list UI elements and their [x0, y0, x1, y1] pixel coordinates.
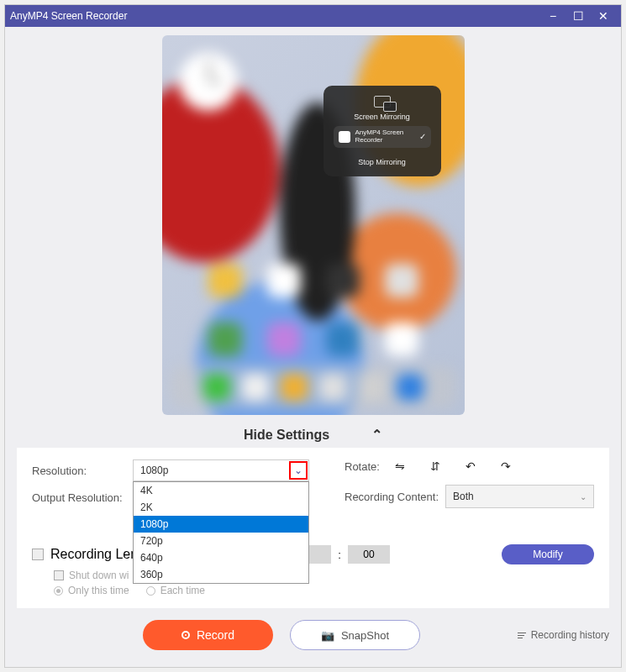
list-icon	[518, 633, 526, 638]
rotate-left-icon[interactable]: ↶	[466, 459, 476, 473]
mirror-header: Screen Mirroring	[354, 113, 410, 121]
rotate-label: Rotate:	[345, 460, 395, 473]
mirror-icon	[374, 96, 391, 108]
app-window: AnyMP4 Screen Recorder − ☐ ✕	[4, 4, 622, 668]
flip-vertical-icon[interactable]: ⇵	[430, 459, 440, 473]
chevron-down-icon: ⌄	[580, 492, 587, 501]
close-button[interactable]: ✕	[591, 5, 616, 27]
option-640p[interactable]: 640p	[134, 549, 308, 566]
maximize-button[interactable]: ☐	[566, 5, 591, 27]
record-button[interactable]: Record	[143, 620, 273, 650]
only-this-time-radio[interactable]	[54, 586, 63, 596]
device-preview: Screen Mirroring AnyMP4 Screen Recorder …	[162, 35, 465, 415]
each-time-radio[interactable]	[146, 586, 155, 596]
resolution-dropdown[interactable]: 1080p ⌄ 4K 2K 1080p 720p 640p 360p	[133, 459, 309, 481]
history-label: Recording history	[531, 629, 609, 641]
bottom-bar: Record 📷 SnapShot Recording history	[5, 620, 621, 662]
option-360p[interactable]: 360p	[134, 566, 308, 583]
record-icon	[181, 631, 190, 639]
shutdown-label: Shut down wi	[69, 570, 129, 581]
shutdown-checkbox[interactable]	[54, 570, 64, 580]
chevron-up-icon: ⌃	[371, 427, 382, 443]
recording-length-checkbox[interactable]	[32, 549, 44, 560]
chevron-down-icon[interactable]: ⌄	[289, 461, 308, 480]
recording-content-value: Both	[453, 491, 474, 502]
option-720p[interactable]: 720p	[134, 533, 308, 549]
recording-content-label: Recording Content:	[345, 491, 445, 503]
time-minutes-input[interactable]: 00	[348, 545, 390, 564]
hide-settings-label: Hide Settings	[244, 428, 329, 443]
mirroring-panel: Screen Mirroring AnyMP4 Screen Recorder …	[324, 86, 441, 176]
minimize-button[interactable]: −	[540, 5, 566, 27]
option-4k[interactable]: 4K	[134, 482, 308, 499]
modify-button[interactable]: Modify	[502, 544, 594, 564]
snapshot-label: SnapShot	[341, 629, 389, 642]
clock-icon	[179, 52, 238, 111]
resolution-label: Resolution:	[32, 465, 133, 477]
preview-area: Screen Mirroring AnyMP4 Screen Recorder …	[5, 27, 621, 422]
time-separator: :	[338, 549, 341, 561]
record-label: Record	[197, 628, 234, 642]
option-1080p[interactable]: 1080p	[134, 516, 308, 533]
rotate-right-icon[interactable]: ↷	[501, 459, 511, 473]
output-resolution-label: Output Resolution:	[32, 491, 133, 504]
recording-content-select[interactable]: Both ⌄	[445, 485, 594, 508]
flip-horizontal-icon[interactable]: ⇋	[395, 459, 405, 473]
snapshot-button[interactable]: 📷 SnapShot	[290, 620, 420, 650]
camera-icon: 📷	[321, 629, 334, 642]
mirror-device-entry[interactable]: AnyMP4 Screen Recorder ✓	[334, 126, 431, 148]
recording-history-link[interactable]: Recording history	[518, 629, 609, 641]
resolution-options-list: 4K 2K 1080p 720p 640p 360p	[133, 481, 309, 584]
each-time-label: Each time	[160, 585, 205, 596]
settings-panel: Resolution: 1080p ⌄ 4K 2K 1080p 720p 640…	[17, 448, 609, 608]
titlebar: AnyMP4 Screen Recorder − ☐ ✕	[5, 5, 621, 27]
checkmark-icon: ✓	[419, 132, 426, 141]
app-title: AnyMP4 Screen Recorder	[10, 10, 540, 22]
mirror-device-name: AnyMP4 Screen Recorder	[355, 129, 414, 144]
only-this-time-label: Only this time	[68, 585, 129, 596]
hide-settings-toggle[interactable]: Hide Settings ⌃	[5, 422, 621, 448]
resolution-value: 1080p	[140, 465, 168, 476]
option-2k[interactable]: 2K	[134, 499, 308, 516]
stop-mirroring-button[interactable]: Stop Mirroring	[358, 158, 406, 166]
